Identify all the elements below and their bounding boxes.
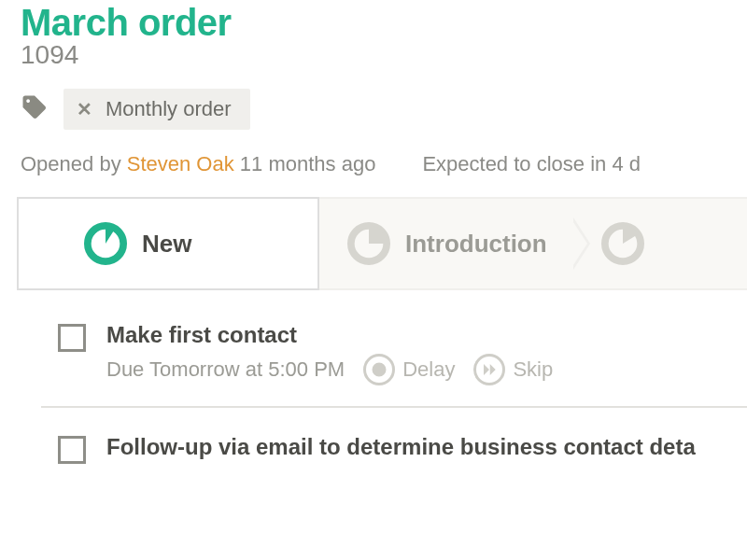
task-row: Make first contact Due Tomorrow at 5:00 … [58, 315, 747, 406]
record-number: 1094 [21, 40, 747, 70]
skip-button[interactable]: Skip [473, 354, 553, 385]
stage-label: Introduction [405, 230, 547, 259]
stage-label: New [142, 230, 191, 259]
stage-new[interactable]: New [17, 197, 319, 290]
skip-icon [473, 354, 505, 385]
opened-by: Opened by Steven Oak 11 months ago [21, 152, 375, 176]
tag-label: Monthly order [106, 97, 232, 121]
task-row: Follow-up via email to determine busines… [58, 427, 747, 484]
delay-button[interactable]: Delay [363, 354, 455, 385]
close-icon[interactable]: ✕ [77, 100, 92, 119]
author-link[interactable]: Steven Oak [127, 152, 234, 175]
page-title: March order [21, 2, 747, 44]
divider [41, 406, 747, 408]
expected-close: Expected to close in 4 d [422, 152, 641, 176]
progress-icon [601, 222, 644, 265]
clock-icon [363, 354, 395, 385]
task-due: Due Tomorrow at 5:00 PM [106, 357, 345, 382]
task-checkbox[interactable] [58, 436, 86, 464]
task-title: Follow-up via email to determine busines… [106, 434, 747, 460]
stage-bar: New Introduction [17, 197, 747, 290]
task-checkbox[interactable] [58, 324, 86, 352]
tag-icon [21, 93, 49, 125]
progress-icon [84, 222, 127, 265]
stage-introduction[interactable]: Introduction [319, 197, 573, 290]
chevron-right-icon [573, 217, 590, 270]
stage-next[interactable] [573, 197, 747, 290]
progress-icon [347, 222, 390, 265]
tag-chip[interactable]: ✕ Monthly order [63, 89, 250, 130]
task-title: Make first contact [106, 322, 747, 348]
